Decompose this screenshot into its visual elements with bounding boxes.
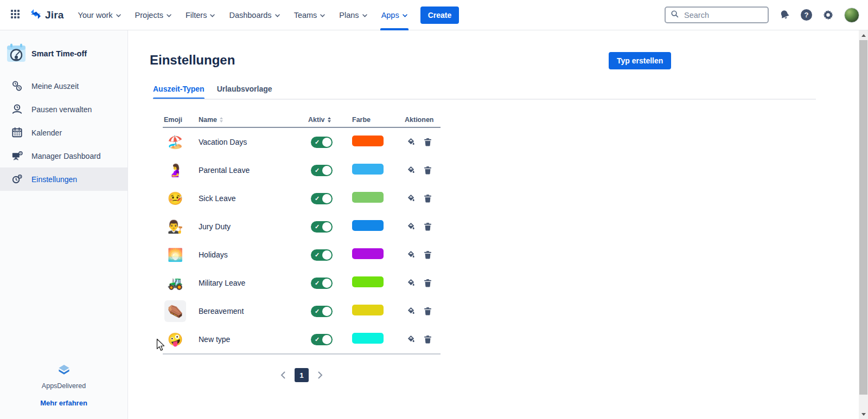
color-swatch[interactable] <box>352 333 384 344</box>
pagination: 1 <box>163 368 441 382</box>
topnav-item[interactable]: Apps <box>381 0 407 30</box>
chevron-down-icon <box>362 14 367 17</box>
topnav-item-label: Projects <box>135 11 163 20</box>
sidebar-item-einstellungen[interactable]: Einstellungen <box>0 167 127 191</box>
color-swatch[interactable] <box>352 164 384 175</box>
app-switcher-icon[interactable] <box>11 10 22 21</box>
color-fill-icon[interactable] <box>407 250 415 259</box>
color-swatch[interactable] <box>352 248 384 259</box>
check-icon: ✓ <box>315 308 320 314</box>
pagination-prev-icon[interactable] <box>280 371 285 379</box>
delete-icon[interactable] <box>424 307 432 315</box>
page-number[interactable]: 1 <box>295 368 309 382</box>
type-name: Jury Duty <box>199 222 308 231</box>
check-icon: ✓ <box>315 337 320 343</box>
scrollbar-thumb[interactable] <box>859 40 867 395</box>
scrollbar[interactable] <box>859 30 868 419</box>
sort-icon <box>220 117 223 123</box>
type-emoji: ⚰️ <box>168 305 183 318</box>
topnav-item[interactable]: Your work <box>78 0 121 30</box>
type-emoji: 🤪 <box>168 333 183 346</box>
toggle-knob <box>322 194 331 203</box>
active-toggle[interactable]: ✓ <box>311 306 333 317</box>
color-fill-icon[interactable] <box>407 335 415 344</box>
toggle-knob <box>322 307 331 316</box>
sidebar-item-label: Pausen verwalten <box>31 105 92 114</box>
active-toggle[interactable]: ✓ <box>311 221 333 233</box>
type-emoji: 🌅 <box>168 249 183 261</box>
active-toggle[interactable]: ✓ <box>311 278 333 289</box>
active-toggle[interactable]: ✓ <box>311 137 333 148</box>
color-swatch[interactable] <box>352 276 384 287</box>
sidebar-item-label: Meine Auszeit <box>31 82 79 91</box>
jira-logo[interactable]: Jira <box>29 8 64 23</box>
table-row: 🤰 Parental Leave ✓ <box>163 156 441 184</box>
sidebar-item-meine-auszeit[interactable]: Meine Auszeit <box>0 74 127 98</box>
tab-bar: Auszeit-Typen Urlaubsvorlage <box>153 85 272 99</box>
sidebar-item-manager-dashboard[interactable]: Manager Dashboard <box>0 144 127 167</box>
table-row: 🌅 Holidays ✓ <box>163 241 441 269</box>
learn-more-link[interactable]: Mehr erfahren <box>0 399 127 407</box>
emoji-cell: 🌅 <box>164 244 186 266</box>
color-swatch[interactable] <box>352 220 384 231</box>
topnav-item[interactable]: Projects <box>135 0 171 30</box>
color-swatch[interactable] <box>352 192 384 203</box>
notifications-icon[interactable] <box>779 9 790 21</box>
color-fill-icon[interactable] <box>407 138 415 146</box>
scroll-down-button[interactable] <box>859 410 868 419</box>
check-icon: ✓ <box>315 139 320 145</box>
topnav-item[interactable]: Filters <box>186 0 215 30</box>
color-swatch[interactable] <box>352 305 384 315</box>
topnav-item[interactable]: Dashboards <box>229 0 279 30</box>
create-type-button[interactable]: Typ erstellen <box>609 52 671 69</box>
create-button[interactable]: Create <box>420 7 459 24</box>
chevron-down-icon <box>275 14 280 17</box>
active-toggle[interactable]: ✓ <box>311 193 333 204</box>
scroll-up-button[interactable] <box>859 31 868 40</box>
emoji-cell: 🚜 <box>164 272 186 294</box>
settings-gear-icon[interactable] <box>822 9 834 21</box>
help-icon[interactable]: ? <box>801 9 812 21</box>
pagination-next-icon[interactable] <box>318 371 323 379</box>
timeoff-types-table: Emoji Name Aktiv Farbe Aktionen 🏖️ <box>163 113 441 354</box>
type-name: Bereavement <box>199 307 308 315</box>
color-fill-icon[interactable] <box>407 279 415 287</box>
delete-icon[interactable] <box>424 194 432 203</box>
topnav-item[interactable]: Teams <box>294 0 326 30</box>
color-fill-icon[interactable] <box>407 194 415 203</box>
topnav-item[interactable]: Plans <box>339 0 367 30</box>
search-box[interactable] <box>665 7 769 23</box>
delete-icon[interactable] <box>424 250 432 259</box>
color-fill-icon[interactable] <box>407 307 415 315</box>
sidebar-item-kalender[interactable]: Kalender <box>0 121 127 144</box>
active-toggle[interactable]: ✓ <box>311 334 333 345</box>
calendar-icon <box>10 126 23 139</box>
chevron-down-icon <box>403 14 407 17</box>
check-icon: ✓ <box>315 196 320 202</box>
color-fill-icon[interactable] <box>407 222 415 231</box>
color-swatch[interactable] <box>352 136 384 146</box>
tab-urlaubsvorlage[interactable]: Urlaubsvorlage <box>217 85 272 99</box>
active-toggle[interactable]: ✓ <box>311 249 333 261</box>
delete-icon[interactable] <box>424 222 432 231</box>
delete-icon[interactable] <box>424 335 432 344</box>
sidebar-item-pausen-verwalten[interactable]: Pausen verwalten <box>0 98 127 121</box>
delete-icon[interactable] <box>424 138 432 146</box>
column-header-aktiv-label: Aktiv <box>308 116 325 124</box>
type-emoji: 🏖️ <box>168 136 183 149</box>
delete-icon[interactable] <box>424 166 432 175</box>
manage-breaks-icon <box>10 103 23 115</box>
appsdelivered-icon <box>57 369 71 378</box>
column-header-aktiv[interactable]: Aktiv <box>308 116 352 124</box>
delete-icon[interactable] <box>424 279 432 287</box>
user-avatar[interactable] <box>844 8 859 23</box>
color-fill-icon[interactable] <box>407 166 415 175</box>
emoji-cell: 🤒 <box>164 188 186 209</box>
search-input[interactable] <box>683 10 759 20</box>
type-emoji: 🤰 <box>168 164 183 177</box>
table-row: 🤪 New type ✓ <box>163 325 441 353</box>
check-icon: ✓ <box>315 224 320 230</box>
column-header-name[interactable]: Name <box>199 116 308 124</box>
tab-auszeit-typen[interactable]: Auszeit-Typen <box>153 85 205 99</box>
active-toggle[interactable]: ✓ <box>311 165 333 176</box>
